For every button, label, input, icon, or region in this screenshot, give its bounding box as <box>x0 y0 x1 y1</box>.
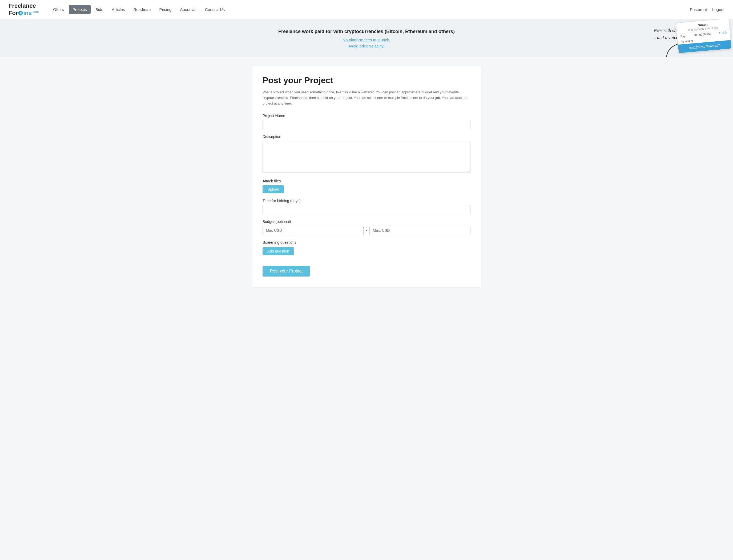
nav-projects[interactable]: Projects <box>69 5 91 14</box>
hero-section: Freelance work paid for with cryptocurre… <box>0 19 733 57</box>
description-textarea[interactable] <box>263 141 470 173</box>
screening-questions-label: Screening questions <box>263 240 470 245</box>
chat-card: Simon Would you be able to pay Pay 50.00… <box>676 19 731 53</box>
logo-coin-icon: © <box>18 11 23 15</box>
main-nav: Offers Projects Bids Articles Roadmap Pr… <box>49 5 690 14</box>
post-project-row: Post your Project <box>263 266 470 277</box>
main-content: Post your Project Post a Project when yo… <box>247 57 486 303</box>
bidding-time-label: Time for bidding (days) <box>263 199 470 203</box>
nav-offers[interactable]: Offers <box>49 5 68 14</box>
logo-com: .com <box>32 10 39 13</box>
hero-title: Freelance work paid for with cryptocurre… <box>5 29 728 34</box>
bidding-time-input[interactable] <box>263 205 470 214</box>
post-project-button[interactable]: Post your Project <box>263 266 310 277</box>
add-question-button[interactable]: Add question <box>263 247 294 255</box>
bidding-time-group: Time for bidding (days) <box>263 199 470 214</box>
header-right: Posternut Logout <box>690 7 724 12</box>
header-username[interactable]: Posternut <box>690 7 707 12</box>
hero-link-fees[interactable]: No platform fees at launch! <box>5 38 728 42</box>
nav-contact[interactable]: Contact Us <box>201 5 229 14</box>
logo-text: Freelance For©ins.com <box>9 2 39 17</box>
nav-roadmap[interactable]: Roadmap <box>130 5 154 14</box>
budget-max-input[interactable] <box>369 226 470 235</box>
budget-group: Budget (optional) - <box>263 219 470 235</box>
form-card: Post your Project Post a Project when yo… <box>252 66 481 287</box>
nav-articles[interactable]: Articles <box>108 5 129 14</box>
description-group: Description <box>263 134 470 174</box>
form-title: Post your Project <box>263 75 470 85</box>
attach-files-group: Attach files Upload <box>263 179 470 193</box>
project-name-group: Project Name <box>263 114 470 129</box>
budget-row: - <box>263 226 470 235</box>
budget-label: Budget (optional) <box>263 219 470 224</box>
budget-min-input[interactable] <box>263 226 364 235</box>
form-description: Post a Project when you need something d… <box>263 90 470 106</box>
hero-link-volatility[interactable]: Avoid price volatility! <box>5 44 728 48</box>
upload-button[interactable]: Upload <box>263 185 284 193</box>
logo[interactable]: Freelance For©ins.com <box>9 2 39 17</box>
header: Freelance For©ins.com Offers Projects Bi… <box>0 0 733 19</box>
description-label: Description <box>263 134 470 139</box>
nav-bids[interactable]: Bids <box>92 5 107 14</box>
project-name-label: Project Name <box>263 114 470 118</box>
project-name-input[interactable] <box>263 120 470 129</box>
arrow-icon <box>664 41 685 57</box>
header-logout[interactable]: Logout <box>712 7 724 12</box>
attach-files-label: Attach files <box>263 179 470 183</box>
nav-pricing[interactable]: Pricing <box>155 5 175 14</box>
nav-about[interactable]: About Us <box>176 5 200 14</box>
screening-questions-section: Screening questions Add question <box>263 240 470 261</box>
budget-separator: - <box>366 228 367 233</box>
